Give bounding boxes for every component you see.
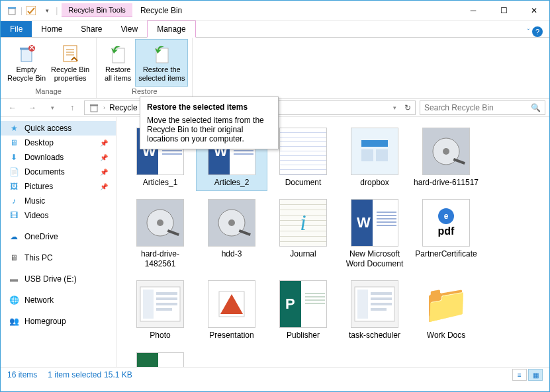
- file-item[interactable]: WNew Microsoft Word Document: [339, 195, 410, 272]
- close-button[interactable]: ✕: [519, 1, 549, 20]
- recycle-bin-icon: [89, 102, 99, 113]
- sidebar-item-label: Documents: [24, 167, 65, 176]
- restore-all-label: Restore all items: [105, 65, 131, 83]
- usb-icon: ▬: [9, 274, 19, 284]
- empty-bin-icon: ✕: [16, 43, 37, 64]
- maximize-button[interactable]: ☐: [488, 1, 519, 20]
- navigation-pane: ★ Quick access 🖥Desktop📌 ⬇Downloads📌 📄Do…: [1, 117, 116, 367]
- file-item[interactable]: 📁Work Docs: [410, 276, 482, 344]
- file-name: dropbox: [360, 178, 389, 187]
- nav-up-button[interactable]: ↑: [64, 100, 80, 116]
- restore-selected-button[interactable]: Restore the selected items: [135, 39, 188, 87]
- sidebar-thispc-label: This PC: [24, 253, 53, 262]
- properties-icon: [60, 43, 81, 64]
- recycle-bin-icon[interactable]: [5, 3, 19, 18]
- breadcrumb-sep: ›: [103, 104, 105, 111]
- empty-recycle-bin-button[interactable]: ✕ Empty Recycle Bin: [5, 39, 48, 87]
- sidebar-item-pictures[interactable]: 🖼Pictures📌: [1, 179, 116, 194]
- sidebar-network[interactable]: 🌐Network: [1, 293, 116, 307]
- ribbon-expand-icon[interactable]: ˇ: [527, 28, 529, 36]
- sidebar-item-label: Music: [24, 196, 45, 206]
- main-area: ★ Quick access 🖥Desktop📌 ⬇Downloads📌 📄Do…: [1, 117, 549, 367]
- view-switcher: ≡ ▦: [512, 369, 543, 381]
- svg-rect-17: [376, 149, 388, 161]
- file-item[interactable]: epdfPartnerCertificate: [410, 195, 482, 272]
- restore-all-button[interactable]: Restore all items: [101, 39, 135, 87]
- sidebar-quick-access-label: Quick access: [24, 124, 71, 133]
- nav-forward-button[interactable]: →: [24, 100, 40, 116]
- file-item[interactable]: hard-drive-1482561: [124, 195, 196, 272]
- status-size: 15.1 KB: [104, 370, 132, 379]
- file-item[interactable]: Photo: [124, 276, 196, 344]
- nav-back-button[interactable]: ←: [5, 100, 21, 116]
- tab-home[interactable]: Home: [32, 21, 71, 37]
- music-icon: ♪: [9, 196, 19, 206]
- svg-rect-40: [371, 308, 387, 311]
- title-bar: | ▾ | Recycle Bin Tools Recycle Bin ─ ☐ …: [1, 1, 549, 20]
- tab-view[interactable]: View: [111, 21, 147, 37]
- minimize-button[interactable]: ─: [458, 1, 488, 20]
- sidebar-item-desktop[interactable]: 🖥Desktop📌: [1, 136, 116, 150]
- file-item[interactable]: task-scheduler: [339, 276, 410, 344]
- pin-icon: 📌: [100, 169, 108, 176]
- onedrive-icon: ☁: [9, 231, 19, 242]
- pictures-icon: 🖼: [9, 181, 19, 192]
- file-item[interactable]: iJournal: [267, 195, 339, 272]
- recycle-bin-properties-button[interactable]: Recycle Bin properties: [48, 39, 92, 87]
- search-input[interactable]: [424, 103, 531, 112]
- svg-text:✕: ✕: [28, 43, 35, 52]
- file-name: Articles_1: [143, 178, 178, 187]
- sidebar-usb-label: USB Drive (E:): [24, 274, 77, 284]
- file-item[interactable]: hdd-3: [196, 195, 267, 272]
- status-bar: 16 items 1 item selected 15.1 KB ≡ ▦: [1, 367, 549, 382]
- sidebar-thispc[interactable]: 🖥This PC: [1, 251, 116, 265]
- sidebar-item-videos[interactable]: 🎞Videos: [1, 208, 116, 223]
- sidebar-usb[interactable]: ▬USB Drive (E:): [1, 272, 116, 286]
- svg-rect-28: [143, 290, 154, 319]
- properties-label: Recycle Bin properties: [51, 65, 89, 83]
- sidebar-item-downloads[interactable]: ⬇Downloads📌: [1, 150, 116, 165]
- nav-recent-dropdown[interactable]: ▾: [44, 100, 60, 116]
- ribbon-group-restore-label: Restore: [132, 87, 158, 97]
- file-item[interactable]: dropbox: [339, 124, 410, 191]
- file-name: Presentation: [209, 331, 253, 340]
- pin-icon: 📌: [100, 183, 108, 190]
- qat-sep: |: [56, 6, 58, 15]
- file-name: Journal: [290, 249, 316, 258]
- sidebar-onedrive[interactable]: ☁OneDrive: [1, 229, 116, 244]
- pin-icon: 📌: [100, 139, 108, 147]
- refresh-icon[interactable]: ↻: [400, 103, 411, 112]
- details-view-button[interactable]: ≡: [512, 369, 527, 381]
- sidebar-homegroup[interactable]: 👥Homegroup: [1, 314, 116, 329]
- icons-view-button[interactable]: ▦: [528, 369, 543, 381]
- svg-rect-36: [357, 290, 368, 319]
- help-icon[interactable]: ?: [532, 26, 543, 37]
- quick-access-toolbar: | ▾ |: [1, 3, 62, 18]
- empty-bin-label: Empty Recycle Bin: [7, 65, 46, 83]
- breadcrumb-dropdown-icon[interactable]: ▾: [393, 104, 396, 111]
- sidebar-item-documents[interactable]: 📄Documents📌: [1, 165, 116, 179]
- file-name: hdd-3: [222, 249, 242, 258]
- tab-file[interactable]: File: [1, 21, 32, 37]
- homegroup-icon: 👥: [9, 316, 19, 327]
- file-item[interactable]: hard-drive-611517: [410, 124, 482, 191]
- documents-icon: 📄: [9, 167, 19, 177]
- search-box[interactable]: 🔍: [420, 100, 545, 115]
- tab-manage[interactable]: Manage: [147, 20, 195, 38]
- file-item[interactable]: XWorksheet: [124, 348, 196, 367]
- sidebar-item-music[interactable]: ♪Music: [1, 194, 116, 208]
- qat-dropdown-icon[interactable]: ▾: [40, 3, 54, 18]
- sidebar-quick-access[interactable]: ★ Quick access: [1, 121, 116, 136]
- svg-point-25: [228, 219, 235, 226]
- tool-context-label: Recycle Bin Tools: [62, 3, 132, 17]
- help-area: ˇ ?: [521, 26, 549, 37]
- file-name: Work Docs: [427, 331, 465, 340]
- file-list[interactable]: WArticles_1WArticles_2Documentdropboxhar…: [116, 117, 549, 367]
- file-item[interactable]: Presentation: [196, 276, 267, 344]
- tab-share[interactable]: Share: [71, 21, 111, 37]
- status-count: 16 items: [7, 370, 37, 379]
- search-icon: 🔍: [531, 103, 541, 112]
- file-name: hard-drive-1482561: [126, 249, 195, 268]
- properties-icon[interactable]: [24, 3, 38, 18]
- file-item[interactable]: PPublisher: [267, 276, 339, 344]
